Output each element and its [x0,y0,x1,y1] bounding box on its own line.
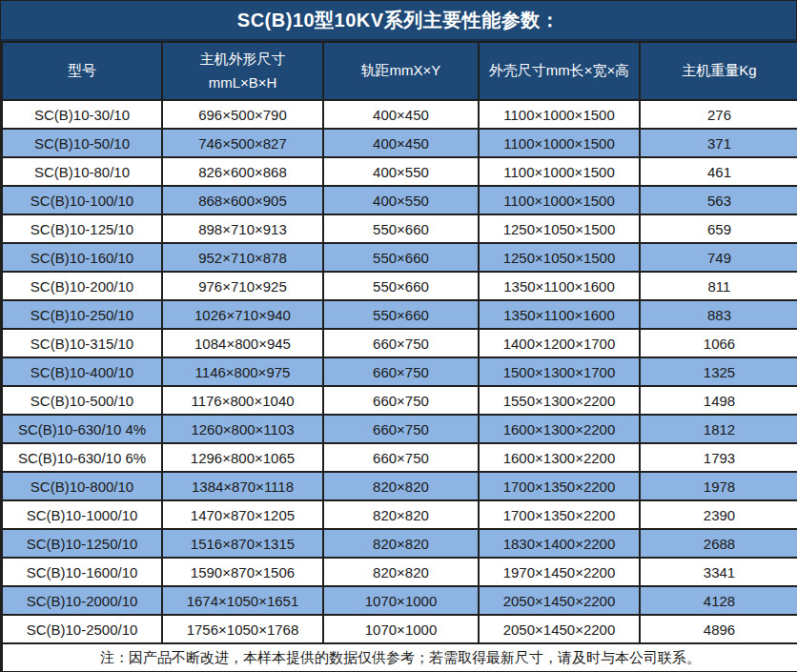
cell-shell-dimensions: 1600×1300×2200 [479,415,640,443]
cell-main-dimensions: 1590×870×1506 [162,558,323,586]
cell-model: SC(B)10-1250/10 [2,529,162,558]
table-row: SC(B)10-500/101176×800×1040660×7501550×1… [2,386,797,415]
cell-weight: 1498 [640,386,797,415]
header-main-dims-line2: mmL×B×H [165,71,320,95]
cell-shell-dimensions: 1970×1450×2200 [479,558,640,586]
cell-main-dimensions: 1296×800×1065 [162,443,323,472]
table-row: SC(B)10-630/10 6%1296×800×1065660×750160… [2,443,797,472]
cell-weight: 461 [640,157,797,186]
cell-shell-dimensions: 1350×1100×1600 [479,300,640,329]
table-row: SC(B)10-1250/101516×870×1315820×8201830×… [2,529,797,558]
cell-rail-gauge: 400×450 [323,129,479,157]
table-row: SC(B)10-2500/101756×1050×17681070×100020… [2,615,797,643]
cell-shell-dimensions: 2050×1450×2200 [479,586,640,615]
header-cell-rail-gauge: 轨距mmX×Y [323,42,479,100]
table-row: SC(B)10-160/10952×710×878550×6601250×105… [2,243,797,272]
cell-shell-dimensions: 1350×1100×1600 [479,272,640,300]
cell-model: SC(B)10-1600/10 [2,558,162,586]
cell-main-dimensions: 976×710×925 [162,272,323,300]
cell-shell-dimensions: 1400×1200×1700 [479,329,640,357]
cell-rail-gauge: 820×820 [323,558,479,586]
cell-model: SC(B)10-2500/10 [2,615,162,643]
cell-main-dimensions: 1516×870×1315 [162,529,323,558]
cell-weight: 1812 [640,415,797,443]
cell-main-dimensions: 1176×800×1040 [162,386,323,415]
cell-rail-gauge: 550×660 [323,300,479,329]
table-row: SC(B)10-250/101026×710×940550×6601350×11… [2,300,797,329]
cell-weight: 4128 [640,586,797,615]
table-body: SC(B)10-30/10696×500×790400×4501100×1000… [2,100,797,643]
cell-model: SC(B)10-250/10 [2,300,162,329]
cell-rail-gauge: 660×750 [323,357,479,386]
cell-main-dimensions: 1470×870×1205 [162,500,323,529]
cell-main-dimensions: 1146×800×975 [162,357,323,386]
table-row: SC(B)10-125/10898×710×913550×6601250×105… [2,214,797,243]
cell-model: SC(B)10-100/10 [2,186,162,214]
cell-shell-dimensions: 1830×1400×2200 [479,529,640,558]
header-cell-model: 型号 [2,42,162,100]
cell-weight: 1978 [640,472,797,500]
cell-model: SC(B)10-315/10 [2,329,162,357]
header-main-dims-line1: 主机外形尺寸 [200,51,286,67]
cell-weight: 749 [640,243,797,272]
cell-shell-dimensions: 1100×1000×1500 [479,186,640,214]
table-row: SC(B)10-2000/101674×1050×16511070×100020… [2,586,797,615]
cell-model: SC(B)10-30/10 [2,100,162,129]
cell-rail-gauge: 400×550 [323,186,479,214]
cell-main-dimensions: 1084×800×945 [162,329,323,357]
table-row: SC(B)10-1600/101590×870×1506820×8201970×… [2,558,797,586]
table-row: SC(B)10-315/101084×800×945660×7501400×12… [2,329,797,357]
cell-rail-gauge: 550×660 [323,272,479,300]
cell-model: SC(B)10-80/10 [2,157,162,186]
cell-shell-dimensions: 2050×1450×2200 [479,615,640,643]
cell-rail-gauge: 400×450 [323,100,479,129]
footer-note: 注：因产品不断改进，本样本提供的数据仅供参考；若需取得最新尺寸，请及时与本公司联… [2,643,797,672]
cell-main-dimensions: 1384×870×1118 [162,472,323,500]
cell-main-dimensions: 952×710×878 [162,243,323,272]
table-row: SC(B)10-1000/101470×870×1205820×8201700×… [2,500,797,529]
cell-shell-dimensions: 1100×1000×1500 [479,100,640,129]
cell-weight: 2390 [640,500,797,529]
cell-main-dimensions: 1260×800×1103 [162,415,323,443]
cell-shell-dimensions: 1700×1350×2200 [479,472,640,500]
cell-shell-dimensions: 1250×1050×1500 [479,243,640,272]
header-cell-shell-dimensions: 外壳尺寸mm长×宽×高 [479,42,640,100]
cell-rail-gauge: 1070×1000 [323,615,479,643]
cell-rail-gauge: 660×750 [323,386,479,415]
cell-model: SC(B)10-800/10 [2,472,162,500]
cell-shell-dimensions: 1100×1000×1500 [479,157,640,186]
table-row: SC(B)10-80/10826×600×868400×5501100×1000… [2,157,797,186]
cell-shell-dimensions: 1250×1050×1500 [479,214,640,243]
cell-main-dimensions: 746×500×827 [162,129,323,157]
cell-weight: 3341 [640,558,797,586]
cell-rail-gauge: 1070×1000 [323,586,479,615]
cell-model: SC(B)10-50/10 [2,129,162,157]
cell-rail-gauge: 820×820 [323,500,479,529]
table-row: SC(B)10-50/10746×500×827400×4501100×1000… [2,129,797,157]
cell-main-dimensions: 696×500×790 [162,100,323,129]
cell-weight: 276 [640,100,797,129]
cell-main-dimensions: 826×600×868 [162,157,323,186]
header-cell-weight: 主机重量Kg [640,42,797,100]
cell-rail-gauge: 820×820 [323,472,479,500]
cell-rail-gauge: 400×550 [323,157,479,186]
cell-rail-gauge: 660×750 [323,329,479,357]
page-title: SC(B)10型10KV系列主要性能参数： [1,1,796,41]
table-row: SC(B)10-30/10696×500×790400×4501100×1000… [2,100,797,129]
cell-model: SC(B)10-200/10 [2,272,162,300]
cell-weight: 563 [640,186,797,214]
spec-table: 型号 主机外形尺寸 mmL×B×H 轨距mmX×Y 外壳尺寸mm长×宽×高 主机… [1,41,797,672]
cell-main-dimensions: 868×600×905 [162,186,323,214]
cell-rail-gauge: 660×750 [323,443,479,472]
table-row: SC(B)10-200/10976×710×925550×6601350×110… [2,272,797,300]
cell-rail-gauge: 660×750 [323,415,479,443]
cell-shell-dimensions: 1550×1300×2200 [479,386,640,415]
cell-model: SC(B)10-2000/10 [2,586,162,615]
cell-weight: 371 [640,129,797,157]
cell-model: SC(B)10-630/10 4% [2,415,162,443]
cell-model: SC(B)10-1000/10 [2,500,162,529]
cell-main-dimensions: 1674×1050×1651 [162,586,323,615]
cell-shell-dimensions: 1700×1350×2200 [479,500,640,529]
cell-model: SC(B)10-400/10 [2,357,162,386]
cell-weight: 883 [640,300,797,329]
